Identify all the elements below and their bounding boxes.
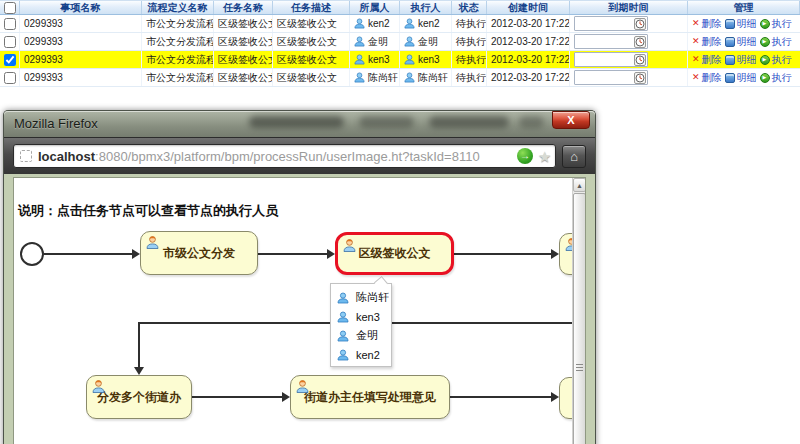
date-picker-icon[interactable] bbox=[634, 72, 646, 84]
vertical-scrollbar[interactable]: ▲ bbox=[572, 178, 585, 444]
cell-due-time bbox=[570, 51, 688, 68]
header-task-name[interactable]: 任务名称 bbox=[214, 1, 273, 14]
popup-user-item[interactable]: 金明 bbox=[337, 326, 391, 345]
row-checkbox[interactable] bbox=[4, 36, 16, 48]
detail-button[interactable]: 明细 bbox=[725, 53, 757, 67]
cell-manage: ✕ 删除 明细 ▶ 执行 bbox=[688, 51, 800, 68]
firefox-window: Mozilla Firefox X localhost:8080/bpmx3/p… bbox=[3, 110, 596, 444]
node-executor-popup: 陈尚轩 ken3 金明 ken2 bbox=[330, 283, 392, 367]
owner-name: 陈尚轩 bbox=[368, 71, 398, 85]
execute-button[interactable]: ▶ 执行 bbox=[760, 53, 792, 67]
cell-executor: 陈尚轩 bbox=[400, 69, 452, 86]
header-due-time[interactable]: 到期时间 bbox=[570, 1, 688, 14]
delete-button[interactable]: ✕ 删除 bbox=[692, 71, 722, 85]
task-node-label: 市级公文分发 bbox=[163, 245, 235, 262]
scroll-up-arrow-icon[interactable]: ▲ bbox=[573, 178, 586, 192]
cell-created: 2012-03-20 17:22:31 bbox=[487, 33, 570, 50]
connector-line bbox=[454, 253, 551, 255]
urlbar-dropdown-button[interactable]: ⌂ bbox=[562, 145, 586, 168]
task-node-district-sign[interactable]: 区级签收公文 bbox=[335, 232, 454, 275]
cell-item-name: 0299393 bbox=[20, 33, 142, 50]
cell-item-name: 0299393 bbox=[20, 15, 142, 32]
due-date-input[interactable] bbox=[576, 72, 634, 83]
cell-manage: ✕ 删除 明细 ▶ 执行 bbox=[688, 33, 800, 50]
glass-blur-decoration bbox=[359, 116, 414, 128]
executor-name: 金明 bbox=[418, 35, 438, 49]
cell-due-time bbox=[570, 33, 688, 50]
select-all-checkbox[interactable] bbox=[4, 2, 16, 14]
cell-status: 待执行 bbox=[452, 69, 487, 86]
due-date-input[interactable] bbox=[576, 54, 634, 65]
loopback-line bbox=[138, 322, 140, 367]
detail-button[interactable]: 明细 bbox=[725, 17, 757, 31]
cell-item-name: 0299393 bbox=[20, 69, 142, 86]
cell-manage: ✕ 删除 明细 ▶ 执行 bbox=[688, 15, 800, 32]
due-date-input[interactable] bbox=[576, 36, 634, 47]
table-row[interactable]: 0299393 市公文分发流程 区级签收公文 区级签收公文 ken3 ken3 … bbox=[0, 51, 800, 69]
header-task-desc[interactable]: 任务描述 bbox=[273, 1, 350, 14]
table-row[interactable]: 0299393 市公文分发流程 区级签收公文 区级签收公文 金明 金明 待执行 … bbox=[0, 33, 800, 51]
cell-executor: 金明 bbox=[400, 33, 452, 50]
execute-icon: ▶ bbox=[760, 55, 770, 65]
detail-icon bbox=[725, 19, 735, 29]
task-node-label: 区级签收公文 bbox=[359, 245, 431, 262]
popup-user-item[interactable]: 陈尚轩 bbox=[337, 288, 391, 307]
diagram-note: 说明：点击任务节点可以查看节点的执行人员 bbox=[18, 202, 278, 220]
header-executor[interactable]: 执行人 bbox=[400, 1, 452, 14]
go-button[interactable]: → bbox=[517, 148, 533, 164]
cell-executor: ken2 bbox=[400, 15, 452, 32]
row-checkbox[interactable] bbox=[4, 54, 16, 66]
arrowhead bbox=[327, 249, 335, 259]
cell-task-desc: 区级签收公文 bbox=[273, 51, 350, 68]
detail-button[interactable]: 明细 bbox=[725, 71, 757, 85]
bookmark-star-icon[interactable]: ★ bbox=[538, 149, 551, 164]
execute-button[interactable]: ▶ 执行 bbox=[760, 17, 792, 31]
cell-task-name: 区级签收公文 bbox=[214, 69, 273, 86]
close-button[interactable]: X bbox=[552, 111, 590, 129]
task-node-street-director-opinion[interactable]: 街道办主任填写处理意见 bbox=[290, 375, 450, 419]
glass-blur-decoration bbox=[249, 116, 344, 128]
header-status[interactable]: 状态 bbox=[452, 1, 487, 14]
row-checkbox-cell bbox=[0, 33, 20, 50]
task-user-icon bbox=[343, 238, 356, 255]
header-process-name[interactable]: 流程定义名称 bbox=[142, 1, 214, 14]
due-date-field bbox=[574, 52, 648, 67]
row-checkbox-cell bbox=[0, 51, 20, 68]
task-user-icon bbox=[92, 379, 105, 396]
execute-button[interactable]: ▶ 执行 bbox=[760, 71, 792, 85]
delete-button[interactable]: ✕ 删除 bbox=[692, 35, 722, 49]
header-manage[interactable]: 管理 bbox=[688, 1, 800, 14]
task-user-icon bbox=[296, 379, 309, 396]
execute-icon: ▶ bbox=[760, 19, 770, 29]
cell-task-desc: 区级签收公文 bbox=[273, 15, 350, 32]
task-node-multi-street[interactable]: 分发多个街道办 bbox=[86, 375, 192, 419]
url-text[interactable]: localhost:8080/bpmx3/platform/bpm/proces… bbox=[38, 149, 517, 164]
task-node-city-dispatch[interactable]: 市级公文分发 bbox=[140, 231, 258, 275]
delete-button[interactable]: ✕ 删除 bbox=[692, 17, 722, 31]
user-icon bbox=[337, 349, 349, 361]
popup-user-item[interactable]: ken2 bbox=[337, 345, 391, 364]
date-picker-icon[interactable] bbox=[634, 36, 646, 48]
row-checkbox[interactable] bbox=[4, 18, 16, 30]
popup-user-item[interactable]: ken3 bbox=[337, 307, 391, 326]
execute-button[interactable]: ▶ 执行 bbox=[760, 35, 792, 49]
delete-button[interactable]: ✕ 删除 bbox=[692, 53, 722, 67]
connector-line bbox=[450, 396, 551, 398]
header-item-name[interactable]: 事项名称 bbox=[20, 1, 142, 14]
table-row[interactable]: 0299393 市公文分发流程 区级签收公文 区级签收公文 陈尚轩 陈尚轩 待执… bbox=[0, 69, 800, 87]
table-row[interactable]: 0299393 市公文分发流程 区级签收公文 区级签收公文 ken2 ken2 … bbox=[0, 15, 800, 33]
window-titlebar[interactable]: Mozilla Firefox X bbox=[4, 111, 595, 137]
cell-created: 2012-03-20 17:22:29 bbox=[487, 51, 570, 68]
navigation-toolbar: localhost:8080/bpmx3/platform/bpm/proces… bbox=[4, 137, 595, 174]
header-created-time[interactable]: 创建时间 bbox=[487, 1, 570, 14]
date-picker-icon[interactable] bbox=[634, 18, 646, 30]
url-bar[interactable]: localhost:8080/bpmx3/platform/bpm/proces… bbox=[13, 144, 556, 168]
detail-label: 明细 bbox=[737, 35, 757, 49]
due-date-input[interactable] bbox=[576, 18, 634, 29]
scrollbar-thumb[interactable] bbox=[573, 193, 586, 444]
date-picker-icon[interactable] bbox=[634, 54, 646, 66]
due-date-field bbox=[574, 16, 648, 31]
detail-button[interactable]: 明细 bbox=[725, 35, 757, 49]
header-owner[interactable]: 所属人 bbox=[350, 1, 400, 14]
row-checkbox[interactable] bbox=[4, 72, 16, 84]
